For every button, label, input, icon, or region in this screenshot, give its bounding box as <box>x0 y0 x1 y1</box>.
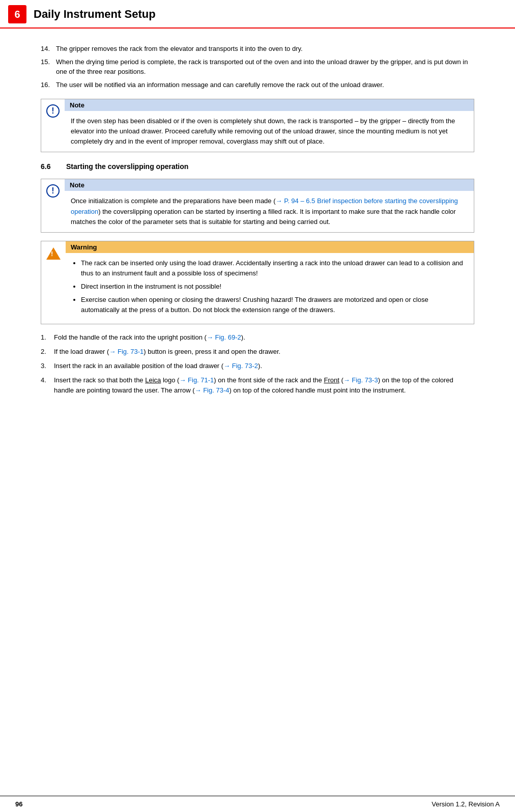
warning-body: The rack can be inserted only using the … <box>66 253 474 324</box>
note-icon-col-2: ! <box>41 179 65 232</box>
footer-page-num: 96 <box>15 800 22 808</box>
warning-box: Warning The rack can be inserted only us… <box>41 241 474 324</box>
step-text-1: Fold the handle of the rack into the upr… <box>54 332 474 343</box>
intro-list: 14. The gripper removes the rack from th… <box>41 44 474 90</box>
step-item-1: 1. Fold the handle of the rack into the … <box>41 332 474 343</box>
page-title: Daily Instrument Setup <box>34 8 156 21</box>
note-header-1: Note <box>65 99 474 111</box>
step4-link3[interactable]: → Fig. 73-4 <box>195 386 230 394</box>
page-container: 6 Daily Instrument Setup 14. The gripper… <box>0 0 515 812</box>
chapter-badge: 6 <box>8 5 26 23</box>
warning-item-2: Direct insertion in the instrument is no… <box>81 282 468 292</box>
section-num: 6.6 <box>41 162 66 171</box>
list-item: 16. The user will be notified via an inf… <box>41 80 474 90</box>
list-item-num: 16. <box>41 80 56 90</box>
step1-link[interactable]: → Fig. 69-2 <box>207 333 241 341</box>
note2-prefix: Once initialization is complete and the … <box>71 197 276 205</box>
step-item-4: 4. Insert the rack so that both the Leic… <box>41 375 474 396</box>
warning-icon-col <box>41 241 66 324</box>
step1-prefix: Fold the handle of the rack into the upr… <box>54 333 207 341</box>
step4-link1-suffix: ) on the front side of the rack and the <box>214 376 324 384</box>
step4-link1[interactable]: → Fig. 71-1 <box>179 376 214 384</box>
note-body-1: If the oven step has been disabled or if… <box>65 111 474 152</box>
step4-final: ) on top of the colored handle must poin… <box>229 386 406 394</box>
note-icon-1: ! <box>46 104 60 118</box>
note-icon-col-1: ! <box>41 99 65 152</box>
list-item-num: 15. <box>41 57 56 77</box>
footer-version: Version 1.2, Revision A <box>432 800 500 808</box>
note-content-2: Note Once initialization is complete and… <box>65 179 474 232</box>
step-num-3: 3. <box>41 361 54 371</box>
warning-content: Warning The rack can be inserted only us… <box>66 241 474 324</box>
list-item-text: When the drying time period is complete,… <box>56 57 474 77</box>
step3-prefix: Insert the rack in an available position… <box>54 362 223 370</box>
step4-underline1: Leica <box>145 376 161 384</box>
step-num-1: 1. <box>41 332 54 343</box>
step-text-3: Insert the rack in an available position… <box>54 361 474 371</box>
note-header-2: Note <box>65 179 474 191</box>
step4-mid: logo ( <box>161 376 179 384</box>
page-header: 6 Daily Instrument Setup <box>0 0 515 29</box>
section-title: Starting the coverslipping operation <box>66 162 188 171</box>
step2-link[interactable]: → Fig. 73-1 <box>109 348 144 355</box>
list-item: 15. When the drying time period is compl… <box>41 57 474 77</box>
step-item-2: 2. If the load drawer (→ Fig. 73-1) butt… <box>41 347 474 357</box>
note-content-1: Note If the oven step has been disabled … <box>65 99 474 152</box>
step-text-2: If the load drawer (→ Fig. 73-1) button … <box>54 347 474 357</box>
note2-suffix: ) the coverslipping operation can be sta… <box>71 208 456 226</box>
steps-list: 1. Fold the handle of the rack into the … <box>41 332 474 396</box>
step-text-4: Insert the rack so that both the Leica l… <box>54 375 474 396</box>
step4-space: ( <box>339 376 344 384</box>
step3-link[interactable]: → Fig. 73-2 <box>223 362 258 370</box>
note-body-2: Once initialization is complete and the … <box>65 191 474 232</box>
step4-link2[interactable]: → Fig. 73-3 <box>344 376 378 384</box>
section-6-6-heading: 6.6 Starting the coverslipping operation <box>41 162 474 171</box>
note-box-2: ! Note Once initialization is complete a… <box>41 179 474 232</box>
step3-suffix: ). <box>258 362 262 370</box>
warning-item-1: The rack can be inserted only using the … <box>81 258 468 278</box>
warning-header: Warning <box>66 241 474 253</box>
list-item-text: The gripper removes the rack from the el… <box>56 44 474 54</box>
page-footer: 96 Version 1.2, Revision A <box>0 796 515 812</box>
list-item-text: The user will be notified via an informa… <box>56 80 474 90</box>
warning-item-3: Exercise caution when opening or closing… <box>81 295 468 315</box>
step2-prefix: If the load drawer ( <box>54 348 109 355</box>
list-item-num: 14. <box>41 44 56 54</box>
step-num-2: 2. <box>41 347 54 357</box>
step2-suffix: ) button is green, press it and open the… <box>144 348 280 355</box>
note-icon-2: ! <box>46 184 60 198</box>
step1-suffix: ). <box>241 333 245 341</box>
warning-triangle-icon <box>46 247 61 260</box>
step-item-3: 3. Insert the rack in an available posit… <box>41 361 474 371</box>
note-box-1: ! Note If the oven step has been disable… <box>41 99 474 152</box>
step-num-4: 4. <box>41 375 54 396</box>
main-content: 14. The gripper removes the rack from th… <box>0 29 515 796</box>
step4-underline2: Front <box>324 376 339 384</box>
list-item: 14. The gripper removes the rack from th… <box>41 44 474 54</box>
step4-prefix: Insert the rack so that both the <box>54 376 145 384</box>
warning-list: The rack can be inserted only using the … <box>81 258 468 316</box>
